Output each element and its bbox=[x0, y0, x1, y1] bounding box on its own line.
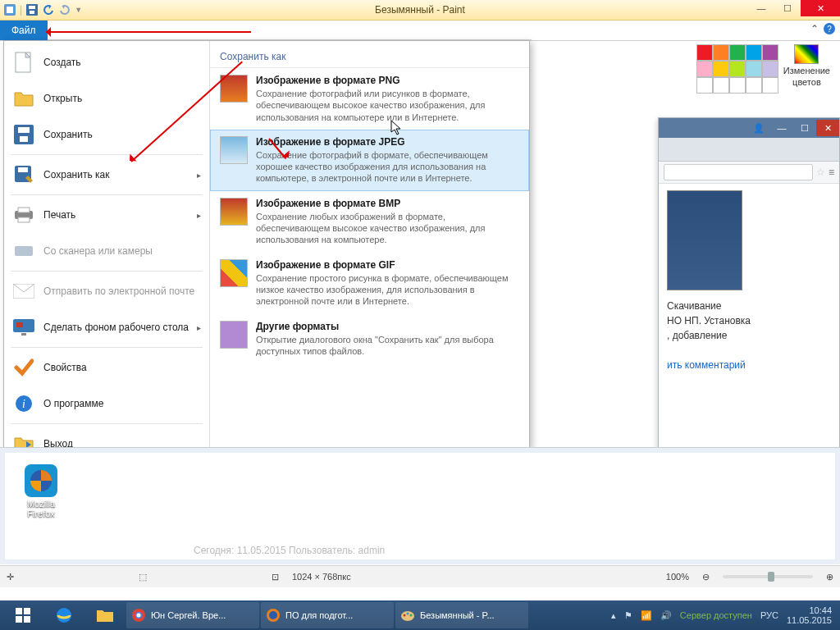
menu-save[interactable]: Сохранить bbox=[4, 116, 209, 153]
zoom-slider[interactable] bbox=[723, 575, 813, 578]
taskbar-ie[interactable] bbox=[44, 602, 84, 628]
svg-rect-27 bbox=[24, 616, 30, 623]
paint-task-icon bbox=[400, 608, 415, 623]
quick-access-toolbar: | ▼ bbox=[0, 3, 82, 16]
firefox-desktop-icon[interactable]: Mozilla Firefox bbox=[15, 464, 67, 518]
selection-icon: ⬚ bbox=[139, 572, 147, 582]
scanner-icon bbox=[12, 240, 35, 262]
save-icon[interactable] bbox=[25, 3, 39, 16]
open-folder-icon bbox=[12, 87, 35, 110]
envelope-icon bbox=[12, 280, 35, 303]
svg-point-36 bbox=[407, 613, 409, 615]
format-other[interactable]: Другие форматыОткрытие диалогового окна … bbox=[210, 314, 529, 364]
save-as-header: Сохранить как bbox=[210, 46, 529, 68]
svg-text:i: i bbox=[22, 398, 25, 410]
bmp-thumb-icon bbox=[220, 198, 248, 226]
menu-scanner: Со сканера или камеры bbox=[4, 233, 209, 269]
chrome-icon bbox=[131, 608, 146, 623]
menu-wallpaper[interactable]: Сделать фоном рабочего стола bbox=[4, 309, 209, 345]
tray-up-icon[interactable]: ▴ bbox=[611, 610, 616, 621]
firefox-icon bbox=[25, 464, 57, 497]
menu-create[interactable]: Создать bbox=[4, 44, 209, 80]
start-button[interactable] bbox=[3, 602, 43, 628]
svg-rect-16 bbox=[13, 319, 34, 332]
svg-rect-13 bbox=[18, 217, 30, 222]
gif-thumb-icon bbox=[220, 259, 248, 287]
svg-point-33 bbox=[269, 611, 277, 619]
taskbar-explorer[interactable] bbox=[85, 602, 125, 628]
edit-colors-label2: цветов bbox=[792, 77, 821, 87]
color-swatches[interactable] bbox=[696, 44, 777, 92]
browser-menu-icon[interactable]: ≡ bbox=[829, 167, 834, 178]
format-gif[interactable]: Изображение в формате GIFСохранение прос… bbox=[210, 253, 529, 314]
svg-rect-1 bbox=[7, 7, 13, 13]
save-disk-icon bbox=[12, 123, 35, 146]
app-icon bbox=[3, 3, 16, 16]
tray-volume-icon[interactable]: 🔊 bbox=[660, 610, 672, 621]
browser-maximize-button[interactable]: ☐ bbox=[793, 120, 816, 136]
qat-dropdown-icon[interactable]: ▼ bbox=[75, 6, 82, 14]
status-bar: ✛ ⬚ ⊡ 1024 × 768пкс 100% ⊖ ⊕ bbox=[0, 565, 840, 587]
tray-date[interactable]: 11.05.2015 bbox=[787, 615, 832, 625]
browser-text1: Скачивание bbox=[667, 299, 831, 313]
collapse-ribbon-icon[interactable]: ⌃ bbox=[810, 23, 819, 34]
browser-minimize-button[interactable]: — bbox=[770, 120, 793, 136]
canvas-dims: 1024 × 768пкс bbox=[292, 572, 351, 582]
svg-rect-4 bbox=[30, 11, 34, 14]
article-thumbnail bbox=[667, 190, 742, 290]
info-icon: i bbox=[12, 392, 35, 415]
menu-print[interactable]: Печать bbox=[4, 197, 209, 233]
taskbar-chrome[interactable]: Юн Сергей. Вре... bbox=[126, 602, 259, 628]
browser-text2: НО НП. Установка bbox=[667, 313, 831, 328]
minimize-button[interactable]: — bbox=[748, 0, 774, 16]
tray-network-icon[interactable]: 📶 bbox=[641, 610, 652, 621]
zoom-out-button[interactable]: ⊖ bbox=[702, 572, 710, 582]
format-bmp[interactable]: Изображение в формате BMPСохранение любы… bbox=[210, 191, 529, 253]
format-png[interactable]: Изображение в формате PNGСохранение фото… bbox=[210, 68, 529, 130]
menu-open[interactable]: Открыть bbox=[4, 80, 209, 116]
browser-user-icon[interactable]: 👤 bbox=[747, 120, 770, 136]
comment-link[interactable]: ить комментарий bbox=[667, 359, 746, 371]
browser-text3: , добавление bbox=[667, 328, 831, 343]
tray-time[interactable]: 10:44 bbox=[809, 605, 832, 615]
canvas-size-icon: ⊡ bbox=[272, 572, 279, 582]
background-browser-window: 👤 — ☐ ✕ ☆ ≡ Скачивание НО НП. Установка … bbox=[658, 117, 840, 463]
zoom-in-button[interactable]: ⊕ bbox=[826, 572, 833, 582]
title-bar: | ▼ Безымянный - Paint — ☐ ✕ bbox=[0, 0, 840, 21]
menu-save-as[interactable]: Сохранить как bbox=[4, 157, 209, 193]
tray-flag-icon[interactable]: ⚑ bbox=[624, 610, 632, 621]
save-as-icon bbox=[12, 163, 35, 186]
close-button[interactable]: ✕ bbox=[801, 0, 840, 16]
edit-colors-button[interactable]: Изменение цветов bbox=[783, 44, 830, 87]
save-as-submenu: Сохранить как Изображение в формате PNGС… bbox=[210, 41, 529, 447]
menu-about[interactable]: i О программе bbox=[4, 386, 209, 422]
svg-rect-10 bbox=[18, 167, 28, 172]
jpeg-thumb-icon bbox=[220, 136, 248, 164]
maximize-button[interactable]: ☐ bbox=[774, 0, 801, 16]
tray-lang[interactable]: РУС bbox=[760, 610, 778, 620]
undo-icon[interactable] bbox=[42, 3, 55, 16]
file-menu: Создать Открыть Сохранить Сохранить как … bbox=[3, 40, 530, 448]
svg-rect-24 bbox=[16, 608, 22, 614]
taskbar: Юн Сергей. Вре... ПО для подгот... Безым… bbox=[0, 600, 840, 630]
svg-rect-8 bbox=[20, 136, 28, 142]
zoom-label: 100% bbox=[666, 572, 689, 582]
svg-rect-25 bbox=[24, 608, 30, 614]
format-jpeg[interactable]: Изображение в формате JPEGСохранение фот… bbox=[210, 130, 529, 191]
taskbar-firefox[interactable]: ПО для подгот... bbox=[261, 602, 394, 628]
help-icon[interactable]: ? bbox=[824, 23, 835, 34]
browser-close-button[interactable]: ✕ bbox=[816, 120, 839, 136]
firefox-task-icon bbox=[266, 608, 281, 623]
desktop-icon bbox=[12, 316, 35, 339]
browser-address-bar[interactable] bbox=[664, 164, 813, 180]
window-title: Безымянный - Paint bbox=[0, 4, 840, 16]
bookmark-star-icon[interactable]: ☆ bbox=[816, 167, 825, 178]
paint-window: | ▼ Безымянный - Paint — ☐ ✕ Файл ⌃ ? bbox=[0, 0, 840, 587]
file-tab[interactable]: Файл bbox=[0, 21, 48, 40]
system-tray: ▴ ⚑ 📶 🔊 Сервер доступен РУС 10:44 11.05.… bbox=[611, 605, 837, 625]
redo-icon[interactable] bbox=[58, 3, 71, 16]
taskbar-paint[interactable]: Безымянный - P... bbox=[395, 602, 528, 628]
server-status: Сервер доступен bbox=[680, 610, 752, 620]
menu-properties[interactable]: Свойства bbox=[4, 349, 209, 386]
footer-user-text: Сегодня: 11.05.2015 Пользователь: admin bbox=[194, 545, 827, 556]
